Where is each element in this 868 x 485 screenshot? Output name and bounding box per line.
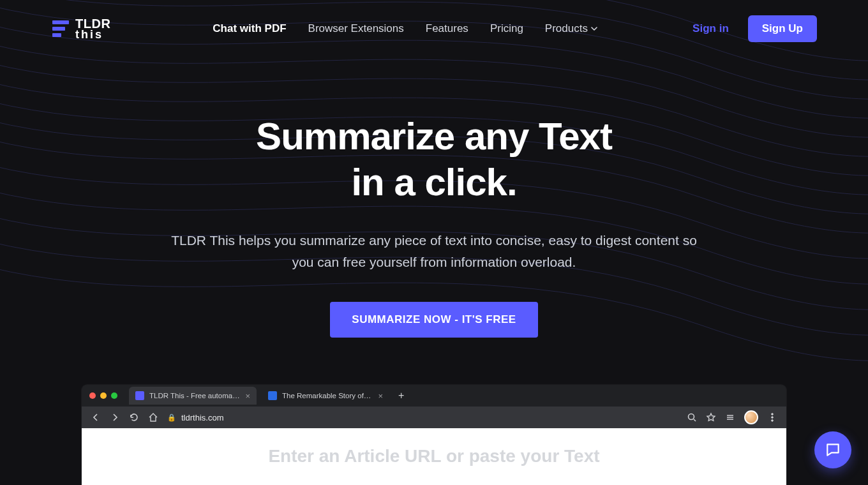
maximize-dot-icon bbox=[111, 392, 117, 399]
browser-mockup: TLDR This - Free automatic text × The Re… bbox=[82, 385, 786, 485]
svg-point-0 bbox=[689, 414, 694, 420]
svg-point-1 bbox=[772, 414, 774, 415]
mock-address-bar: 🔒 tldrthis.com bbox=[82, 407, 786, 428]
nav-features[interactable]: Features bbox=[426, 22, 468, 35]
tab-title: The Remarkable Story of Param bbox=[282, 392, 373, 399]
tab-close-icon[interactable]: × bbox=[378, 391, 383, 401]
hero-title: Summarize any Text in a click. bbox=[0, 114, 868, 205]
top-nav: TLDR this Chat with PDF Browser Extensio… bbox=[0, 0, 868, 45]
chat-icon bbox=[825, 442, 841, 458]
home-icon[interactable] bbox=[148, 412, 158, 422]
star-icon[interactable] bbox=[706, 412, 716, 422]
url-field[interactable]: 🔒 tldrthis.com bbox=[167, 413, 678, 422]
summarize-cta-button[interactable]: SUMMARIZE NOW - IT'S FREE bbox=[330, 302, 537, 338]
mock-tab-bar: TLDR This - Free automatic text × The Re… bbox=[82, 385, 786, 407]
mock-page-heading: Enter an Article URL or paste your Text bbox=[94, 446, 774, 466]
window-controls bbox=[89, 392, 117, 399]
nav-pricing[interactable]: Pricing bbox=[490, 22, 523, 35]
back-icon[interactable] bbox=[91, 412, 101, 422]
brand-logo[interactable]: TLDR this bbox=[52, 18, 110, 40]
new-tab-button[interactable]: + bbox=[394, 390, 408, 401]
tab-title: TLDR This - Free automatic text bbox=[149, 392, 240, 399]
reload-icon[interactable] bbox=[129, 412, 139, 422]
svg-point-3 bbox=[772, 420, 774, 422]
chat-fab-button[interactable] bbox=[814, 431, 851, 468]
logo-text: TLDR this bbox=[75, 18, 110, 40]
browser-tab-inactive[interactable]: The Remarkable Story of Param × bbox=[262, 387, 389, 405]
nav-products[interactable]: Products bbox=[545, 22, 598, 35]
chevron-down-icon bbox=[590, 25, 598, 33]
nav-right: Sign in Sign Up bbox=[692, 15, 817, 42]
hero: Summarize any Text in a click. TLDR This… bbox=[0, 114, 868, 338]
nav-chat-with-pdf[interactable]: Chat with PDF bbox=[213, 22, 286, 35]
profile-avatar-icon[interactable] bbox=[744, 410, 758, 424]
tab-close-icon[interactable]: × bbox=[245, 391, 250, 401]
search-icon[interactable] bbox=[687, 412, 697, 422]
nav-links: Chat with PDF Browser Extensions Feature… bbox=[213, 22, 598, 35]
browser-tab-active[interactable]: TLDR This - Free automatic text × bbox=[129, 387, 257, 405]
favicon-icon bbox=[135, 391, 144, 400]
mock-page-content: Enter an Article URL or paste your Text … bbox=[82, 428, 786, 485]
forward-icon[interactable] bbox=[110, 412, 120, 422]
signup-button[interactable]: Sign Up bbox=[748, 15, 817, 42]
minimize-dot-icon bbox=[100, 392, 107, 399]
favicon-icon bbox=[268, 391, 277, 400]
signin-link[interactable]: Sign in bbox=[692, 22, 729, 35]
nav-browser-extensions[interactable]: Browser Extensions bbox=[308, 22, 404, 35]
lock-icon: 🔒 bbox=[167, 414, 176, 422]
menu-icon[interactable] bbox=[767, 412, 777, 422]
logo-icon bbox=[52, 19, 69, 38]
svg-point-2 bbox=[772, 417, 774, 419]
url-text: tldrthis.com bbox=[181, 413, 223, 422]
close-dot-icon bbox=[89, 392, 96, 399]
extensions-icon[interactable] bbox=[725, 412, 735, 422]
hero-subtitle: TLDR This helps you summarize any piece … bbox=[169, 230, 699, 272]
